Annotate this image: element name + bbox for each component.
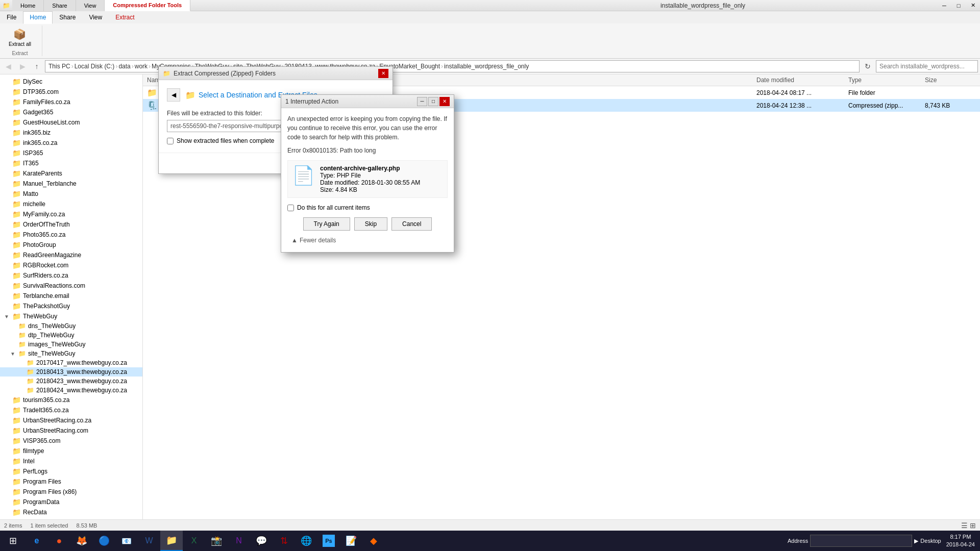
sidebar-item-surfriders[interactable]: 📁 SurfRiders.co.za (0, 270, 142, 281)
back-button[interactable]: ◀ (2, 60, 14, 72)
tab-view[interactable]: View (76, 0, 105, 11)
sidebar-item-ink365coza[interactable]: 📁 ink365.co.za (0, 138, 142, 148)
search-box[interactable] (876, 60, 978, 72)
col-date[interactable]: Date modified (756, 77, 848, 84)
taskbar-notepad[interactable]: 📝 (340, 531, 362, 551)
sidebar-item-manuel[interactable]: 📁 Manuel_Terblanche (0, 179, 142, 189)
fewer-details-button[interactable]: ▲ Fewer details (287, 235, 448, 246)
sidebar-item-20180413[interactable]: 📁 20180413_www.thewebguy.co.za (0, 367, 142, 377)
sidebar-item-survivalreactions[interactable]: 📁 SurvivalReactions.com (0, 281, 142, 291)
sidebar-item-dns-thewebguy[interactable]: 📁 dns_TheWebGuy (0, 321, 142, 331)
sidebar-item-terblanche[interactable]: 📁 Terblanche.email (0, 291, 142, 301)
try-again-button[interactable]: Try Again (303, 217, 350, 231)
forward-button[interactable]: ▶ (16, 60, 29, 72)
crumb-this-pc[interactable]: This PC (48, 63, 70, 70)
sidebar-item-program-files[interactable]: 📁 Program Files (0, 477, 142, 487)
sidebar-item-intel[interactable]: 📁 Intel (0, 456, 142, 466)
error-minimize-button[interactable]: ─ (417, 97, 427, 106)
sidebar-item-isp365[interactable]: 📁 ISP365 (0, 148, 142, 158)
sidebar-item-program-files-x86[interactable]: 📁 Program Files (x86) (0, 487, 142, 497)
crumb-data[interactable]: data (118, 63, 130, 70)
taskbar-address-input[interactable] (810, 535, 912, 547)
sidebar-item-urbanstreetcom[interactable]: 📁 UrbanStreetRacing.com (0, 425, 142, 436)
sidebar-item-photogroup[interactable]: 📁 PhotoGroup (0, 240, 142, 250)
sidebar-item-karateparents[interactable]: 📁 KarateParents (0, 168, 142, 179)
sidebar-item-programdata[interactable]: 📁 ProgramData (0, 497, 142, 507)
taskbar-photoshop[interactable]: Ps (317, 531, 340, 551)
sidebar-item-it365[interactable]: 📁 IT365 (0, 158, 142, 168)
taskbar-outlook[interactable]: 📧 (115, 531, 138, 551)
taskbar-word[interactable]: W (138, 531, 160, 551)
skip-button[interactable]: Skip (354, 217, 387, 231)
do-this-all-checkbox[interactable] (287, 205, 294, 211)
sidebar-item-gadget365[interactable]: 📁 Gadget365 (0, 107, 142, 117)
sidebar-item-rgbrocket[interactable]: 📁 RGBRocket.com (0, 260, 142, 270)
sidebar-item-photo365[interactable]: 📁 Photo365.co.za (0, 230, 142, 240)
sidebar-item-20180424[interactable]: 📁 20180424_www.thewebguy.co.za (0, 386, 142, 395)
minimize-button[interactable]: ─ (937, 0, 951, 11)
sidebar-item-tradeit365[interactable]: 📁 TradeIt365.co.za (0, 405, 142, 415)
view-large-icon[interactable]: ⊞ (970, 521, 976, 530)
extract-all-button[interactable]: 📦 Extract all (4, 26, 36, 49)
sidebar-item-urbanstreetcoza[interactable]: 📁 UrbanStreetRacing.co.za (0, 415, 142, 425)
sidebar-item-images-thewebguy[interactable]: 📁 images_TheWebGuy (0, 340, 142, 349)
sidebar-item-readgreen[interactable]: 📁 ReadGreenMagazine (0, 250, 142, 260)
sidebar-item-orderofthetruth[interactable]: 📁 OrderOfTheTruth (0, 219, 142, 230)
taskbar-excel[interactable]: X (183, 531, 205, 551)
ribbon-tab-share[interactable]: Share (53, 11, 82, 23)
taskbar-filezilla[interactable]: ⇅ (273, 531, 295, 551)
ribbon-tab-file[interactable]: File (0, 11, 23, 23)
ribbon-tab-view[interactable]: View (82, 11, 109, 23)
col-type[interactable]: Type (848, 77, 925, 84)
sidebar-item-thepackshotguy[interactable]: 📁 ThePackshotGuy (0, 301, 142, 311)
maximize-button[interactable]: □ (951, 0, 966, 11)
sidebar-item-ink365biz[interactable]: 📁 ink365.biz (0, 128, 142, 138)
refresh-button[interactable]: ↻ (862, 60, 874, 72)
sidebar-item-familyfiles[interactable]: 📁 FamilyFiles.co.za (0, 97, 142, 107)
sidebar-item-dtp365[interactable]: 📁 DTP365.com (0, 87, 142, 97)
crumb-work[interactable]: work (135, 63, 148, 70)
view-details-icon[interactable]: ☰ (961, 521, 968, 530)
sidebar-item-michelle[interactable]: 📁 michelle (0, 199, 142, 209)
ribbon-tab-extract[interactable]: Extract (109, 11, 141, 23)
sidebar-item-tourism365[interactable]: 📁 tourism365.co.za (0, 395, 142, 405)
sidebar-item-perflogs[interactable]: 📁 PerfLogs (0, 466, 142, 477)
go-icon[interactable]: ▶ (914, 538, 918, 544)
sidebar-item-diysec[interactable]: 📁 DiySec (0, 77, 142, 87)
sidebar-item-guesthouselist[interactable]: 📁 GuestHouseList.com (0, 117, 142, 128)
up-button[interactable]: ↑ (31, 60, 43, 72)
taskbar-greenshot[interactable]: 📸 (205, 531, 228, 551)
start-button[interactable]: ⊞ (0, 531, 26, 551)
tab-extract[interactable]: Compressed Folder Tools (105, 0, 190, 11)
sidebar-item-myfamily[interactable]: 📁 MyFamily.co.za (0, 209, 142, 219)
taskbar-edge[interactable]: ● (48, 531, 70, 551)
sidebar-item-dtp-thewebguy[interactable]: 📁 dtp_TheWebGuy (0, 331, 142, 340)
sidebar-item-site-thewebguy[interactable]: ▼ 📁 site_TheWebGuy (0, 349, 142, 358)
sidebar-item-matto[interactable]: 📁 Matto (0, 189, 142, 199)
taskbar-chrome[interactable]: 🔵 (93, 531, 115, 551)
crumb-local-disk[interactable]: Local Disk (C:) (75, 63, 115, 70)
taskbar-onenote[interactable]: N (228, 531, 250, 551)
extract-close-button[interactable]: ✕ (378, 69, 388, 78)
taskbar-skype[interactable]: 💬 (250, 531, 273, 551)
tab-home[interactable]: Home (12, 0, 44, 11)
crumb-installable[interactable]: installable_wordpress_file_only (444, 63, 529, 70)
col-size[interactable]: Size (925, 77, 976, 84)
taskbar-firefox[interactable]: 🦊 (70, 531, 93, 551)
close-button[interactable]: ✕ (966, 0, 980, 11)
taskbar-ie[interactable]: e (26, 531, 48, 551)
taskbar-app2[interactable]: ◆ (362, 531, 385, 551)
search-input[interactable] (879, 63, 974, 70)
sidebar-item-20170417[interactable]: 📁 20170417_www.thewebguy.co.za (0, 358, 142, 367)
sidebar-item-20180423[interactable]: 📁 20180423_www.thewebguy.co.za (0, 377, 142, 386)
sidebar-item-filmtype[interactable]: 📁 filmtype (0, 446, 142, 456)
sidebar-item-visp365[interactable]: 📁 VISP365.com (0, 436, 142, 446)
error-cancel-button[interactable]: Cancel (391, 217, 432, 231)
error-maximize-button[interactable]: □ (428, 97, 438, 106)
ribbon-tab-home[interactable]: Home (23, 11, 53, 24)
error-close-button[interactable]: ✕ (439, 97, 450, 106)
extract-back-button[interactable]: ◀ (167, 88, 180, 102)
tab-share[interactable]: Share (44, 0, 76, 11)
sidebar-item-thewebguy[interactable]: ▼ 📁 TheWebGuy (0, 311, 142, 321)
taskbar-app1[interactable]: 🌐 (295, 531, 317, 551)
